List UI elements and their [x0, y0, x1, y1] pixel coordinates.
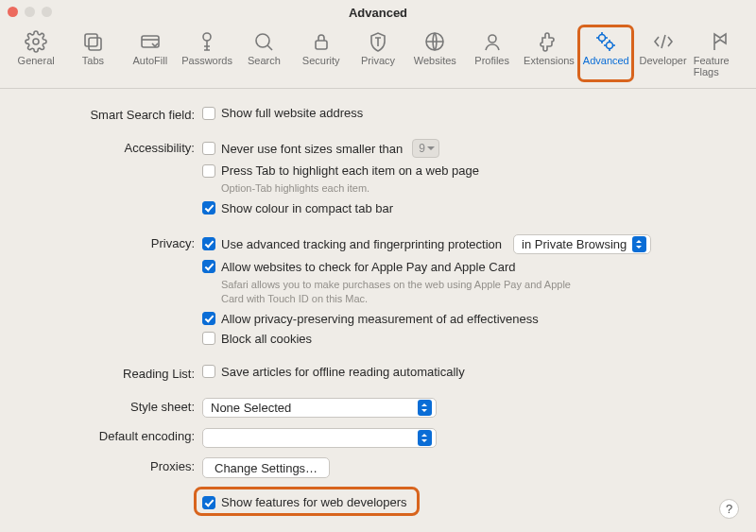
toolbar-extensions[interactable]: Extensions [523, 26, 576, 80]
apple-pay-checkbox[interactable]: Allow websites to check for Apple Pay an… [202, 260, 728, 274]
offline-checkbox[interactable]: Save articles for offline reading automa… [202, 365, 728, 379]
min-font-text: Never use font sizes smaller than [221, 142, 403, 156]
press-tab-input[interactable] [202, 164, 215, 178]
min-font-input[interactable] [202, 142, 215, 155]
encoding-popup[interactable] [202, 428, 437, 448]
show-full-url-text: Show full website address [221, 106, 363, 120]
show-full-url-checkbox[interactable]: Show full website address [202, 106, 728, 120]
traffic-lights [8, 7, 52, 17]
dev-features-input[interactable] [202, 496, 215, 509]
min-font-stepper[interactable]: 9 [412, 139, 439, 158]
toolbar-websites[interactable]: Websites [408, 26, 461, 80]
toolbar-search[interactable]: Search [237, 26, 290, 80]
block-cookies-checkbox[interactable]: Block all cookies [202, 332, 728, 346]
svg-point-9 [607, 43, 613, 49]
accessibility-label: Accessibility: [28, 139, 202, 155]
toolbar-privacy[interactable]: Privacy [352, 26, 404, 80]
tracking-text: Use advanced tracking and fingerprinting… [221, 237, 502, 251]
toolbar-autofill[interactable]: AutoFill [124, 26, 177, 80]
press-tab-checkbox[interactable]: Press Tab to highlight each item on a we… [202, 163, 728, 178]
proxies-label: Proxies: [28, 457, 202, 473]
block-cookies-text: Block all cookies [221, 332, 312, 346]
svg-point-7 [489, 35, 496, 43]
titlebar: Advanced [0, 0, 756, 25]
toolbar-developer[interactable]: Developer [636, 26, 689, 80]
tracking-checkbox[interactable]: Use advanced tracking and fingerprinting… [202, 234, 728, 254]
min-font-checkbox[interactable]: Never use font sizes smaller than 9 [202, 139, 728, 158]
popup-arrows-icon [418, 400, 432, 416]
toolbar-passwords[interactable]: Passwords [180, 26, 233, 80]
offline-text: Save articles for offline reading automa… [221, 365, 465, 379]
tracking-scope-popup[interactable]: in Private Browsing [513, 234, 651, 254]
minimize-button[interactable] [25, 7, 35, 17]
svg-rect-5 [316, 41, 327, 49]
offline-input[interactable] [202, 365, 215, 378]
svg-rect-0 [85, 34, 97, 46]
window-title: Advanced [349, 6, 407, 20]
tracking-input[interactable] [202, 237, 215, 250]
press-tab-help: Option-Tab highlights each item. [221, 181, 728, 196]
apple-pay-help: Safari allows you to make purchases on t… [221, 278, 580, 306]
svg-point-8 [599, 35, 606, 42]
dev-features-text: Show features for web developers [221, 495, 407, 509]
encoding-label: Default encoding: [28, 427, 202, 443]
close-button[interactable] [8, 7, 18, 17]
show-full-url-input[interactable] [202, 107, 215, 120]
block-cookies-input[interactable] [202, 332, 215, 345]
svg-point-3 [203, 33, 211, 41]
toolbar-security[interactable]: Security [295, 26, 348, 80]
toolbar-profiles[interactable]: Profiles [466, 26, 519, 80]
advanced-panel: Smart Search field: Show full website ad… [0, 89, 756, 532]
toolbar-advanced[interactable]: Advanced [579, 26, 632, 80]
apple-pay-text: Allow websites to check for Apple Pay an… [221, 260, 515, 274]
prefs-toolbar: GeneralTabsAutoFillPasswordsSearchSecuri… [0, 25, 756, 89]
toolbar-general[interactable]: General [9, 26, 62, 80]
show-colour-text: Show colour in compact tab bar [221, 201, 393, 215]
apple-pay-input[interactable] [202, 260, 215, 273]
stylesheet-label: Style sheet: [28, 398, 202, 414]
reading-list-label: Reading List: [28, 365, 202, 381]
privacy-label: Privacy: [28, 234, 202, 250]
popup-arrows-icon [632, 236, 646, 252]
svg-point-4 [256, 34, 269, 47]
popup-arrows-icon [418, 430, 432, 446]
toolbar-feature-flags[interactable]: Feature Flags [694, 26, 747, 80]
show-colour-input[interactable] [202, 201, 215, 215]
zoom-button[interactable] [42, 7, 52, 17]
help-button[interactable]: ? [719, 499, 739, 519]
smart-search-label: Smart Search field: [28, 106, 202, 122]
measurement-input[interactable] [202, 312, 215, 325]
measurement-text: Allow privacy-preserving measurement of … [221, 312, 539, 326]
change-settings-button[interactable]: Change Settings… [202, 457, 330, 478]
stylesheet-popup[interactable]: None Selected [202, 398, 437, 418]
toolbar-tabs[interactable]: Tabs [66, 26, 119, 80]
measurement-checkbox[interactable]: Allow privacy-preserving measurement of … [202, 312, 728, 326]
dev-features-checkbox[interactable]: Show features for web developers [202, 495, 407, 509]
svg-rect-1 [89, 38, 101, 50]
show-colour-checkbox[interactable]: Show colour in compact tab bar [202, 201, 728, 215]
press-tab-text: Press Tab to highlight each item on a we… [221, 163, 479, 178]
dev-features-highlight: Show features for web developers [197, 489, 417, 513]
